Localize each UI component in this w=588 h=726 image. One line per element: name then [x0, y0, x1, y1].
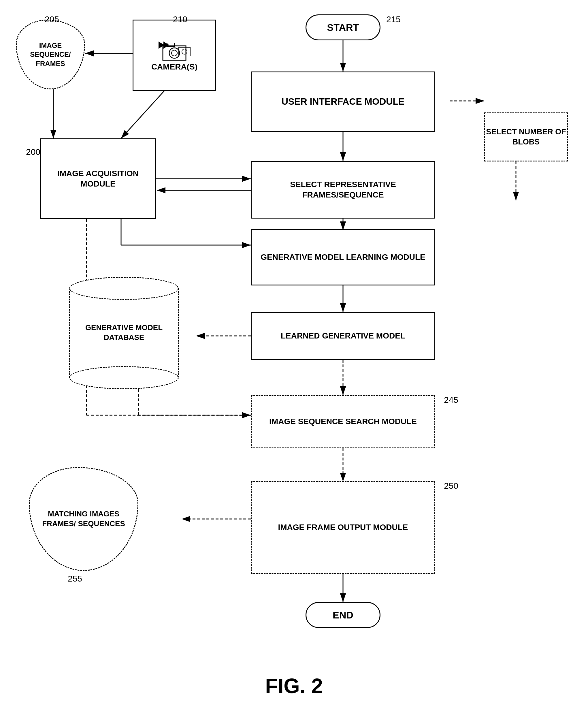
svg-point-26	[171, 50, 177, 56]
svg-marker-29	[164, 42, 169, 49]
generative-db-cylinder: GENERATIVE MODEL DATABASE	[69, 277, 179, 389]
matching-images-cloud: MATCHING IMAGES FRAMES/ SEQUENCES	[29, 467, 138, 571]
ref-215: 215	[386, 15, 401, 24]
ref-245: 245	[444, 395, 458, 405]
cameras-box: CAMERA(S)	[132, 20, 216, 91]
figure-label: FIG. 2	[0, 674, 588, 698]
ref-210: 210	[173, 15, 187, 24]
image-frame-output-module: IMAGE FRAME OUTPUT MODULE	[251, 481, 435, 574]
user-interface-module: USER INTERFACE MODULE	[251, 71, 435, 132]
diagram-container: START 215 USER INTERFACE MODULE 220 SELE…	[0, 0, 588, 706]
ref-255: 255	[68, 574, 82, 584]
generative-learning-module: GENERATIVE MODEL LEARNING MODULE	[251, 229, 435, 286]
ref-205: 205	[45, 15, 59, 24]
select-blobs-module: SELECT NUMBER OF BLOBS	[484, 112, 568, 162]
svg-rect-30	[179, 47, 190, 56]
camera-icon	[157, 39, 192, 62]
image-acquisition-module: IMAGE ACQUISITION MODULE	[40, 139, 156, 219]
end-terminal: END	[306, 602, 380, 628]
image-sequence-frames-cloud: IMAGE SEQUENCE/ FRAMES	[16, 20, 85, 89]
start-terminal: START	[306, 15, 380, 40]
learned-model: LEARNED GENERATIVE MODEL	[251, 312, 435, 360]
ref-250: 250	[444, 481, 458, 491]
svg-point-25	[169, 48, 180, 58]
svg-line-23	[121, 91, 164, 139]
select-frames-module: SELECT REPRESENTATIVE FRAMES/SEQUENCE	[251, 161, 435, 219]
image-sequence-search-module: IMAGE SEQUENCE SEARCH MODULE	[251, 395, 435, 448]
ref-200: 200	[26, 147, 40, 157]
